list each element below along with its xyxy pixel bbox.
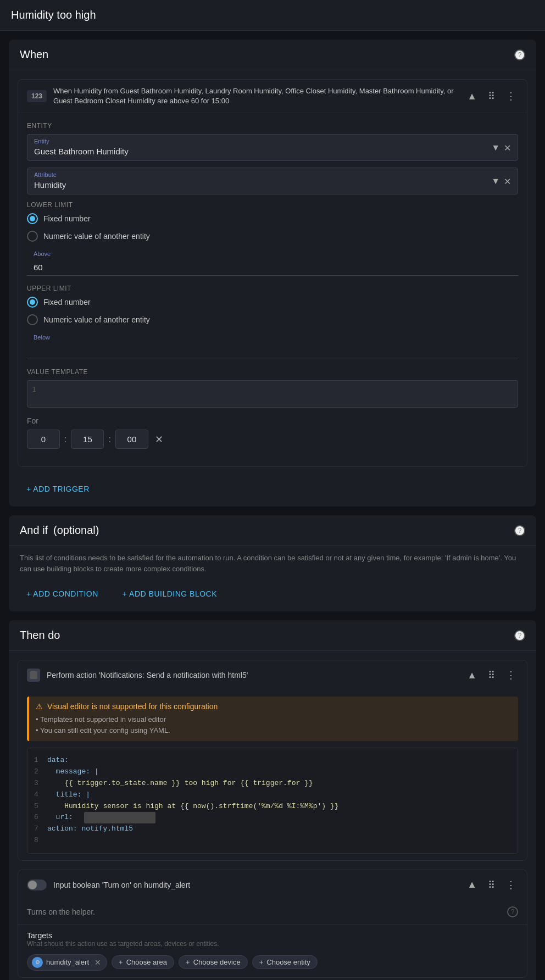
seconds-input[interactable] xyxy=(115,430,148,449)
code-line-1: 1 data: xyxy=(34,755,511,766)
warning-title: ⚠ Visual editor is not supported for thi… xyxy=(36,702,511,711)
trigger-body: Entity Entity Guest Bathroom Humidity ✕ … xyxy=(18,113,527,466)
code-block: 1 data: 2 message: | 3 {{ trigger.to_sta… xyxy=(27,748,518,853)
lower-limit-radio-group: Fixed number Numeric value of another en… xyxy=(27,213,518,242)
attribute-clear-btn[interactable]: ✕ xyxy=(502,174,513,188)
action2-more-btn[interactable]: ⋮ xyxy=(504,877,518,893)
attribute-field-wrapper: Attribute Humidity ✕ ▼ xyxy=(27,168,518,194)
upper-fixed-radio-label: Fixed number xyxy=(43,298,91,307)
upper-entity-radio-circle xyxy=(27,314,38,325)
action1-collapse-btn[interactable]: ▲ xyxy=(465,667,479,683)
entity-chip-close-btn[interactable]: ✕ xyxy=(94,958,101,967)
action1-icon xyxy=(27,669,40,682)
action1-header: Perform action 'Notifications: Send a no… xyxy=(18,660,527,690)
for-group: For : : ✕ xyxy=(27,416,518,449)
targets-label: Targets xyxy=(27,931,518,940)
action2-toggle[interactable] xyxy=(27,879,47,890)
when-section-header: When ? xyxy=(9,40,536,70)
then-do-header: Then do ? xyxy=(9,620,536,651)
code-line-2: 2 message: | xyxy=(34,766,511,778)
hours-input[interactable] xyxy=(27,430,60,449)
action1-title: Perform action 'Notifications: Send a no… xyxy=(47,671,458,680)
add-trigger-area: + ADD TRIGGER xyxy=(9,476,536,506)
choose-entity-label: Choose entity xyxy=(266,958,310,966)
above-input-wrapper: Above xyxy=(27,250,518,276)
code-line-3: 3 {{ trigger.to_state.name }} too high f… xyxy=(34,778,511,789)
value-template-area[interactable]: 1 xyxy=(27,380,518,408)
add-condition-btn[interactable]: + ADD CONDITION xyxy=(18,585,107,603)
add-building-block-btn[interactable]: + ADD BUILDING BLOCK xyxy=(114,585,226,603)
when-title: When xyxy=(20,48,48,61)
lower-entity-radio-circle xyxy=(27,231,38,242)
entity-field-value: Guest Bathroom Humidity xyxy=(27,135,518,160)
add-trigger-btn[interactable]: + ADD TRIGGER xyxy=(18,480,98,498)
action2-help-icon[interactable]: ? xyxy=(507,906,518,917)
when-section: When ? 123 When Humidity from Guest Bath… xyxy=(9,40,536,506)
attribute-dropdown-btn[interactable]: ▼ xyxy=(489,174,502,188)
then-do-section: Then do ? Perform action 'Notifications:… xyxy=(9,620,536,980)
trigger-dots-btn[interactable]: ⠿ xyxy=(486,88,497,104)
trigger-badge: 123 xyxy=(27,90,47,102)
upper-fixed-radio-circle xyxy=(27,297,38,308)
attribute-float-label: Attribute xyxy=(34,171,57,178)
below-input-wrapper: Below xyxy=(27,334,518,359)
and-if-header-actions: ? xyxy=(514,525,525,536)
choose-area-plus: + xyxy=(119,958,123,966)
warning-text: • Templates not supported in visual edit… xyxy=(36,714,511,736)
below-input[interactable] xyxy=(27,343,518,359)
page-title: Humidity too high xyxy=(0,0,545,31)
svg-rect-0 xyxy=(30,671,37,679)
trigger-more-btn[interactable]: ⋮ xyxy=(504,88,518,104)
template-line-number: 1 xyxy=(32,385,41,403)
and-if-help-icon[interactable]: ? xyxy=(514,525,525,536)
and-if-optional: (optional) xyxy=(53,524,99,536)
minutes-input[interactable] xyxy=(71,430,104,449)
trigger-item: 123 When Humidity from Guest Bathroom Hu… xyxy=(18,79,527,467)
upper-entity-radio[interactable]: Numeric value of another entity xyxy=(27,314,518,325)
action-toggle: Input boolean 'Turn on' on humdity_alert… xyxy=(18,870,527,978)
entity-clear-btn[interactable]: ✕ xyxy=(502,140,513,155)
warning-icon: ⚠ xyxy=(36,702,43,711)
and-if-header: And if (optional) ? xyxy=(9,515,536,546)
action2-collapse-btn[interactable]: ▲ xyxy=(465,877,479,893)
time-clear-btn[interactable]: ✕ xyxy=(153,431,165,448)
action2-dots-btn[interactable]: ⠿ xyxy=(486,877,497,893)
lower-limit-group: Lower limit Fixed number Numeric value o… xyxy=(27,201,518,276)
then-do-help-icon[interactable]: ? xyxy=(514,630,525,641)
lower-entity-radio-label: Numeric value of another entity xyxy=(43,232,150,241)
action2-body: Turns on the helper. ? xyxy=(18,900,527,924)
entity-chip-humdity: ⚙ humdity_alert ✕ xyxy=(27,954,107,971)
entity-dropdown-btn[interactable]: ▼ xyxy=(489,141,502,155)
code-line-4: 4 title: | xyxy=(34,789,511,801)
action-notifications: Perform action 'Notifications: Send a no… xyxy=(18,660,527,860)
upper-fixed-radio[interactable]: Fixed number xyxy=(27,297,518,308)
when-header-actions: ? xyxy=(514,49,525,60)
action1-more-btn[interactable]: ⋮ xyxy=(504,667,518,683)
when-help-icon[interactable]: ? xyxy=(514,49,525,60)
for-label: For xyxy=(27,416,518,425)
upper-limit-group: Upper limit Fixed number Numeric value o… xyxy=(27,285,518,359)
value-template-input[interactable] xyxy=(45,385,513,403)
choose-device-label: Choose device xyxy=(193,958,241,966)
action1-dots-btn[interactable]: ⠿ xyxy=(486,667,497,683)
upper-limit-radio-group: Fixed number Numeric value of another en… xyxy=(27,297,518,325)
warning-bullet-1: • Templates not supported in visual edit… xyxy=(36,714,511,725)
trigger-collapse-btn[interactable]: ▲ xyxy=(465,88,479,104)
trigger-item-header: 123 When Humidity from Guest Bathroom Hu… xyxy=(18,80,527,113)
then-do-header-actions: ? xyxy=(514,630,525,641)
choose-entity-btn[interactable]: + Choose entity xyxy=(252,955,318,969)
choose-area-label: Choose area xyxy=(126,958,167,966)
lower-fixed-radio[interactable]: Fixed number xyxy=(27,213,518,224)
and-if-description: This list of conditions needs to be sati… xyxy=(9,546,536,581)
above-label: Above xyxy=(27,250,518,257)
choose-device-btn[interactable]: + Choose device xyxy=(179,955,248,969)
code-line-6: 6 url: █████████ xyxy=(34,812,511,823)
code-line-8: 8 xyxy=(34,835,511,847)
above-input[interactable] xyxy=(27,259,518,276)
entity-chip-label: humdity_alert xyxy=(46,958,89,966)
warning-box: ⚠ Visual editor is not supported for thi… xyxy=(27,697,518,741)
code-line-7: 7 action: notify.html5 xyxy=(34,823,511,835)
entity-field-wrapper: Entity Guest Bathroom Humidity ✕ ▼ xyxy=(27,134,518,161)
choose-area-btn[interactable]: + Choose area xyxy=(112,955,174,969)
lower-entity-radio[interactable]: Numeric value of another entity xyxy=(27,231,518,242)
